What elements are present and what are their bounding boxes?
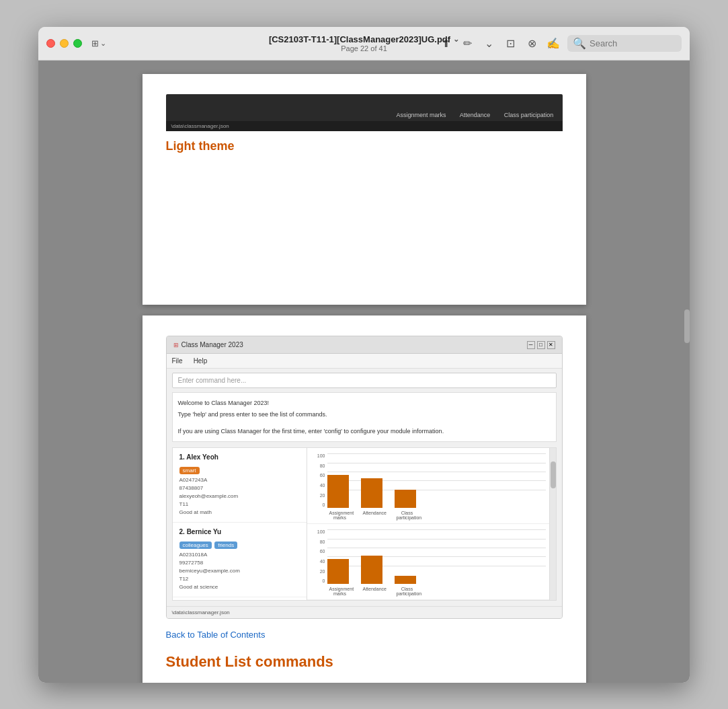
section-title-light-theme: Light theme — [166, 139, 563, 153]
bar-1-participation — [395, 490, 416, 508]
app-restore-btn[interactable]: □ — [537, 341, 545, 349]
bar-2-attendance — [361, 556, 382, 584]
dark-theme-footer: \data\classmanager.json — [166, 121, 563, 131]
sidebar-icon: ⊞ — [91, 38, 99, 48]
chart-1-y-axis: 100 80 60 40 20 0 — [311, 453, 327, 507]
list-item[interactable]: 1. Alex Yeoh smart A0247243A 87438807 al… — [173, 448, 307, 523]
markup-icon[interactable]: ⊗ — [524, 36, 539, 51]
app-close-btn[interactable]: ✕ — [547, 341, 555, 349]
chart-2-y-axis: 100 80 60 40 20 0 — [311, 529, 327, 583]
app-footer: \data\classmanager.json — [167, 606, 562, 618]
pdf-page-info: Page 22 of 41 — [341, 44, 387, 52]
app-main-content: 1. Alex Yeoh smart A0247243A 87438807 al… — [172, 447, 557, 601]
chevron-down-icon: ⌄ — [100, 39, 106, 48]
col-assignment: Assignment marks — [395, 112, 448, 118]
menu-help[interactable]: Help — [194, 357, 208, 365]
traffic-lights — [46, 39, 82, 48]
app-titlebar: ⊞ Class Manager 2023 ─ □ ✕ — [167, 336, 562, 354]
student-2-tags: colleagues friends — [179, 537, 300, 551]
titlebar: ⊞ ⌄ [CS2103T-T11-1][ClassManager2023]UG.… — [38, 27, 690, 61]
app-scrollbar[interactable] — [549, 448, 556, 600]
pdf-page-2: ⊞ Class Manager 2023 ─ □ ✕ File Help Ent… — [143, 315, 586, 683]
tag-smart: smart — [179, 467, 200, 474]
chart-2-x-labels: Assignment marks Attendance Class partic… — [329, 587, 546, 596]
close-button[interactable] — [46, 39, 55, 48]
bar-2-participation — [395, 576, 416, 584]
pdf-filename: [CS2103T-T11-1][ClassManager2023]UG.pdf … — [269, 34, 459, 44]
col-participation: Class participation — [502, 112, 556, 118]
dropdown-chevron-icon[interactable]: ⌄ — [453, 35, 459, 44]
pdf-page-top: Assignment marks Attendance Class partic… — [143, 74, 586, 305]
chart-1-x-labels: Assignment marks Attendance Class partic… — [329, 511, 546, 520]
chart-2: 100 80 60 40 20 0 — [307, 524, 549, 600]
tag-friends: friends — [214, 542, 237, 549]
titlebar-center: [CS2103T-T11-1][ClassManager2023]UG.pdf … — [269, 34, 459, 52]
sign-icon[interactable]: ✍ — [546, 36, 561, 51]
student-1-detail: A0247243A 87438807 alexyeoh@example.com … — [179, 476, 300, 517]
command-input[interactable]: Enter command here... — [172, 373, 557, 388]
annotate-icon[interactable]: ✏ — [460, 36, 475, 51]
app-title: Class Manager 2023 — [181, 341, 243, 348]
dark-theme-image: Assignment marks Attendance Class partic… — [166, 94, 563, 131]
minimize-button[interactable] — [60, 39, 69, 48]
output-line-2: Type 'help' and press enter to see the l… — [178, 410, 551, 419]
menu-file[interactable]: File — [172, 357, 183, 365]
crop-icon[interactable]: ⊡ — [503, 36, 518, 51]
maximize-button[interactable] — [73, 39, 82, 48]
pdf-viewer[interactable]: Assignment marks Attendance Class partic… — [38, 61, 690, 683]
search-input[interactable] — [590, 38, 677, 48]
output-spacer — [178, 422, 551, 424]
app-menubar: File Help — [167, 354, 562, 369]
search-box[interactable]: 🔍 — [567, 35, 682, 52]
app-scrollbar-thumb[interactable] — [551, 461, 556, 488]
list-item[interactable]: 2. Bernice Yu colleagues friends A023101… — [173, 523, 307, 597]
search-icon: 🔍 — [573, 37, 586, 50]
main-window: ⊞ ⌄ [CS2103T-T11-1][ClassManager2023]UG.… — [38, 27, 690, 683]
app-minimize-btn[interactable]: ─ — [527, 341, 535, 349]
sidebar-toggle[interactable]: ⊞ ⌄ — [91, 38, 106, 48]
output-line-1: Welcome to Class Manager 2023! — [178, 398, 551, 408]
student-2-name: 2. Bernice Yu — [179, 528, 300, 535]
app-screenshot: ⊞ Class Manager 2023 ─ □ ✕ File Help Ent… — [166, 336, 563, 619]
toolbar-actions: ⬆ ✏ ⌄ ⊡ ⊗ ✍ 🔍 — [438, 35, 682, 52]
app-icon: ⊞ — [173, 342, 179, 348]
student-2-detail: A0231018A 99272758 berniceyu@example.com… — [179, 551, 300, 591]
student-list: 1. Alex Yeoh smart A0247243A 87438807 al… — [173, 448, 307, 600]
light-theme-placeholder — [166, 163, 563, 285]
back-to-toc-link[interactable]: Back to Table of Contents — [166, 630, 266, 640]
bar-1-attendance — [361, 478, 382, 508]
output-line-3: If you are using Class Manager for the f… — [178, 426, 551, 436]
bar-2-assignment — [327, 559, 349, 584]
tag-colleagues: colleagues — [179, 542, 212, 549]
col-attendance: Attendance — [448, 112, 502, 118]
dark-theme-table-header: Assignment marks Attendance Class partic… — [166, 109, 563, 121]
student-1-name: 1. Alex Yeoh — [179, 453, 300, 461]
more-tools-icon[interactable]: ⌄ — [481, 36, 496, 51]
student-1-tags: smart — [179, 463, 300, 476]
pdf-scrollbar[interactable] — [684, 309, 690, 343]
bar-1-assignment — [327, 475, 349, 508]
charts-area: 100 80 60 40 20 0 — [307, 448, 549, 600]
chart-1: 100 80 60 40 20 0 — [307, 448, 549, 524]
section-title-student-list: Student List commands — [166, 653, 563, 671]
app-output: Welcome to Class Manager 2023! Type 'hel… — [172, 392, 557, 442]
